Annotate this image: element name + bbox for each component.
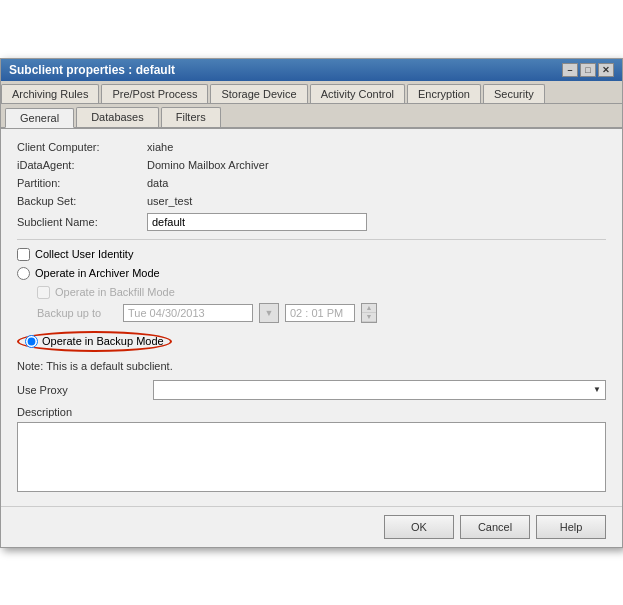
- ok-button[interactable]: OK: [384, 515, 454, 539]
- subclient-name-label: Subclient Name:: [17, 216, 147, 228]
- backfill-mode-checkbox[interactable]: [37, 286, 50, 299]
- subclient-name-input[interactable]: [147, 213, 367, 231]
- collect-user-identity-checkbox[interactable]: [17, 248, 30, 261]
- tab-security[interactable]: Security: [483, 84, 545, 103]
- spinner-up[interactable]: ▲: [362, 304, 376, 313]
- archiver-mode-row: Operate in Archiver Mode: [17, 267, 606, 280]
- archiver-mode-radio[interactable]: [17, 267, 30, 280]
- cancel-button[interactable]: Cancel: [460, 515, 530, 539]
- dialog-window: Subclient properties : default – □ ✕ Arc…: [0, 58, 623, 548]
- backup-set-label: Backup Set:: [17, 195, 147, 207]
- footer: OK Cancel Help: [1, 506, 622, 547]
- collect-user-identity-row: Collect User Identity: [17, 248, 606, 261]
- partition-row: Partition: data: [17, 177, 606, 189]
- tab-activity-control[interactable]: Activity Control: [310, 84, 405, 103]
- title-bar-controls: – □ ✕: [562, 63, 614, 77]
- content-area: Client Computer: xiahe iDataAgent: Domin…: [1, 129, 622, 506]
- use-proxy-label: Use Proxy: [17, 384, 147, 396]
- backup-set-row: Backup Set: user_test: [17, 195, 606, 207]
- date-dropdown-button[interactable]: ▼: [259, 303, 279, 323]
- description-label: Description: [17, 406, 606, 418]
- tab-encryption[interactable]: Encryption: [407, 84, 481, 103]
- backup-mode-label: Operate in Backup Mode: [42, 335, 164, 347]
- separator-1: [17, 239, 606, 240]
- idataagent-row: iDataAgent: Domino Mailbox Archiver: [17, 159, 606, 171]
- client-computer-label: Client Computer:: [17, 141, 147, 153]
- backup-mode-radio-highlight: Operate in Backup Mode: [17, 331, 172, 352]
- minimize-button[interactable]: –: [562, 63, 578, 77]
- tab-storage-device[interactable]: Storage Device: [210, 84, 307, 103]
- backup-set-value: user_test: [147, 195, 192, 207]
- backup-date-input[interactable]: [123, 304, 253, 322]
- title-bar: Subclient properties : default – □ ✕: [1, 59, 622, 81]
- backup-mode-radio-input[interactable]: [25, 335, 38, 348]
- idataagent-label: iDataAgent:: [17, 159, 147, 171]
- maximize-button[interactable]: □: [580, 63, 596, 77]
- time-spinner[interactable]: ▲ ▼: [361, 303, 377, 323]
- tab-archiving-rules[interactable]: Archiving Rules: [1, 84, 99, 103]
- collect-user-identity-label: Collect User Identity: [35, 248, 133, 260]
- dialog-title: Subclient properties : default: [9, 63, 175, 77]
- proxy-dropdown-arrow: ▼: [593, 385, 601, 394]
- backfill-mode-row: Operate in Backfill Mode: [37, 286, 606, 299]
- idataagent-value: Domino Mailbox Archiver: [147, 159, 269, 171]
- backup-upto-label: Backup up to: [37, 307, 117, 319]
- tab-general[interactable]: General: [5, 108, 74, 128]
- tab-databases[interactable]: Databases: [76, 107, 159, 127]
- tab-filters[interactable]: Filters: [161, 107, 221, 127]
- description-textarea[interactable]: [17, 422, 606, 492]
- partition-label: Partition:: [17, 177, 147, 189]
- backup-time-input[interactable]: [285, 304, 355, 322]
- tab-prepost-process[interactable]: Pre/Post Process: [101, 84, 208, 103]
- help-button[interactable]: Help: [536, 515, 606, 539]
- backfill-mode-label: Operate in Backfill Mode: [55, 286, 175, 298]
- client-computer-value: xiahe: [147, 141, 173, 153]
- proxy-dropdown[interactable]: ▼: [153, 380, 606, 400]
- backup-upto-row: Backup up to ▼ ▲ ▼: [37, 303, 606, 323]
- close-button[interactable]: ✕: [598, 63, 614, 77]
- backup-mode-row: Operate in Backup Mode: [17, 331, 606, 352]
- subclient-name-row: Subclient Name:: [17, 213, 606, 231]
- tabs-row2: General Databases Filters: [1, 104, 622, 129]
- spinner-down[interactable]: ▼: [362, 313, 376, 322]
- use-proxy-row: Use Proxy ▼: [17, 380, 606, 400]
- client-computer-row: Client Computer: xiahe: [17, 141, 606, 153]
- partition-value: data: [147, 177, 168, 189]
- tabs-row1: Archiving Rules Pre/Post Process Storage…: [1, 81, 622, 104]
- note-text: Note: This is a default subclient.: [17, 360, 606, 372]
- archiver-mode-label: Operate in Archiver Mode: [35, 267, 160, 279]
